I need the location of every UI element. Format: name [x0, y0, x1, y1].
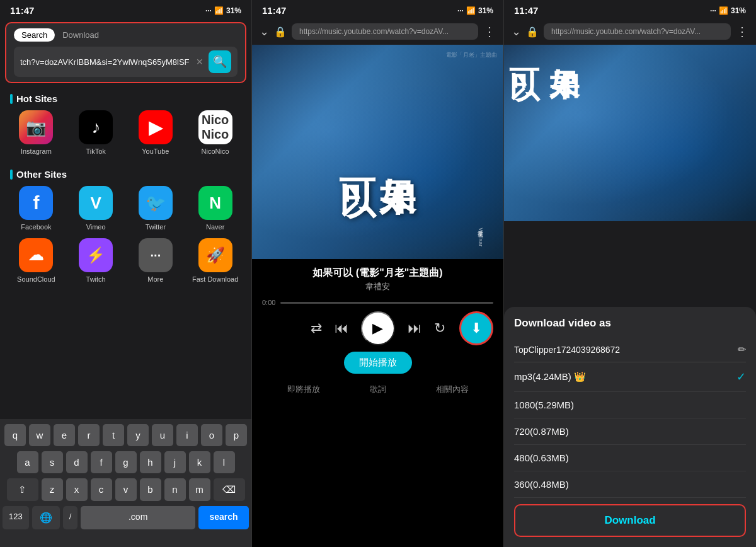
wifi-3-icon: 📶: [719, 6, 728, 15]
nav-down-3-icon[interactable]: ⌄: [512, 25, 521, 38]
format-1080[interactable]: 1080(5.29MB): [514, 392, 746, 418]
tab-related[interactable]: 相關內容: [436, 384, 469, 395]
kb-row-2: a s d f g h j k l: [3, 451, 249, 473]
kb-x[interactable]: x: [66, 478, 88, 501]
app-instagram[interactable]: 📷 Instagram: [10, 110, 62, 155]
shuffle-icon[interactable]: ⇄: [311, 320, 322, 337]
format-720[interactable]: 720(0.87MB): [514, 418, 746, 445]
tab-upcoming[interactable]: 即將播放: [287, 384, 320, 395]
kb-v[interactable]: v: [115, 478, 137, 501]
vimeo-icon: V: [79, 186, 113, 220]
app-facebook[interactable]: f Facebook: [10, 186, 62, 231]
kb-s[interactable]: s: [42, 451, 63, 473]
tab-search[interactable]: Search: [14, 28, 55, 42]
app-youtube[interactable]: ▶ YouTube: [130, 110, 182, 155]
url-bar-3[interactable]: https://music.youtube.com/watch?v=dozAV.…: [544, 23, 731, 40]
repeat-icon[interactable]: ↻: [434, 320, 445, 337]
kb-m[interactable]: m: [189, 478, 210, 501]
soundcloud-icon: ☁: [19, 238, 53, 272]
download-floating-button[interactable]: ⬇: [459, 311, 493, 345]
format-mp3-check: ✓: [736, 370, 746, 384]
app-fast-download[interactable]: 🚀 Fast Download: [189, 238, 241, 283]
niconico-label: NicoNico: [202, 147, 229, 155]
nav-down-icon[interactable]: ⌄: [260, 25, 269, 38]
panel-download: 11:47 ··· 📶 31% ⌄ 🔒 https://music.youtub…: [504, 0, 756, 547]
tab-download[interactable]: Download: [55, 28, 106, 42]
kb-q[interactable]: q: [4, 424, 26, 446]
next-icon[interactable]: ⏭: [408, 320, 421, 337]
panel3-album-art: 如果可以: [504, 45, 756, 221]
play-button[interactable]: ▶: [361, 311, 395, 345]
app-soundcloud[interactable]: ☁ SoundCloud: [10, 238, 62, 283]
instagram-icon: 📷: [19, 110, 53, 144]
kb-c[interactable]: c: [91, 478, 112, 501]
kb-i[interactable]: i: [176, 424, 198, 446]
tiktok-label: TikTok: [86, 147, 105, 155]
kb-o[interactable]: o: [201, 424, 222, 446]
kb-w[interactable]: w: [29, 424, 50, 446]
header-bar: [10, 94, 13, 104]
format-480[interactable]: 480(0.63MB): [514, 445, 746, 471]
kb-y[interactable]: y: [127, 424, 149, 446]
facebook-icon: f: [19, 186, 53, 220]
status-bar-2: 11:47 ··· 📶 31%: [252, 0, 503, 18]
download-action-button[interactable]: Download: [514, 504, 746, 537]
format-360[interactable]: 360(0.48MB): [514, 471, 746, 498]
clear-icon[interactable]: ✕: [196, 57, 203, 67]
kb-p[interactable]: p: [226, 424, 247, 446]
kb-123[interactable]: 123: [3, 506, 29, 529]
search-button[interactable]: 🔍: [209, 50, 231, 73]
kb-u[interactable]: u: [152, 424, 173, 446]
url-text-3: https://music.youtube.com/watch?v=dozAV.…: [551, 27, 701, 36]
app-twitch[interactable]: ⚡ Twitch: [70, 238, 122, 283]
download-icon: ⬇: [471, 320, 482, 337]
kb-globe-icon[interactable]: 🌐: [32, 506, 60, 529]
kb-f[interactable]: f: [91, 451, 112, 473]
format-720-label: 720(0.87MB): [514, 426, 569, 437]
app-niconico[interactable]: NicoNico NicoNico: [189, 110, 241, 155]
naver-label: Naver: [206, 223, 224, 231]
kb-slash[interactable]: /: [63, 506, 78, 529]
kb-row-3: ⇧ z x c v b n m ⌫: [3, 478, 249, 501]
more-icon: ···: [139, 238, 173, 272]
kb-j[interactable]: j: [164, 451, 186, 473]
format-480-label: 480(0.63MB): [514, 452, 569, 463]
hot-sites-grid: 📷 Instagram ♪ TikTok ▶ YouTube NicoNico …: [0, 108, 251, 163]
kb-shift[interactable]: ⇧: [7, 478, 38, 501]
kb-a[interactable]: a: [17, 451, 38, 473]
app-tiktok[interactable]: ♪ TikTok: [70, 110, 122, 155]
kb-h[interactable]: h: [140, 451, 161, 473]
kb-dot-com[interactable]: .com: [81, 506, 195, 529]
kb-g[interactable]: g: [115, 451, 137, 473]
edit-filename-icon[interactable]: ✏: [738, 343, 746, 355]
app-more[interactable]: ··· More: [130, 238, 182, 283]
kb-row-1: q w e r t y u i o p: [3, 424, 249, 446]
kb-e[interactable]: e: [54, 424, 75, 446]
start-play-button[interactable]: 開始播放: [344, 352, 412, 374]
kb-t[interactable]: t: [103, 424, 124, 446]
kb-b[interactable]: b: [140, 478, 161, 501]
kb-delete[interactable]: ⌫: [214, 478, 245, 501]
prev-icon[interactable]: ⏮: [335, 320, 348, 337]
search-input[interactable]: tch?v=dozAVKrIBBM&si=2YwlWnqS65yM8lSF: [20, 57, 191, 67]
url-bar-2[interactable]: https://music.youtube.com/watch?v=dozAV.…: [292, 23, 478, 40]
app-naver[interactable]: N Naver: [189, 186, 241, 231]
kb-r[interactable]: r: [78, 424, 100, 446]
tab-lyrics[interactable]: 歌詞: [370, 384, 386, 395]
app-twitter[interactable]: 🐦 Twitter: [130, 186, 182, 231]
time-1: 11:47: [10, 5, 34, 16]
kb-d[interactable]: d: [66, 451, 88, 473]
more-dots-3-icon[interactable]: ⋮: [736, 24, 748, 39]
search-area: Search Download tch?v=dozAVKrIBBM&si=2Yw…: [5, 22, 246, 83]
kb-k[interactable]: k: [189, 451, 210, 473]
kb-n[interactable]: n: [164, 478, 186, 501]
status-bar-3: 11:47 ··· 📶 31%: [504, 0, 756, 18]
more-dots-icon[interactable]: ⋮: [483, 24, 496, 39]
format-360-label: 360(0.48MB): [514, 479, 569, 490]
progress-bar[interactable]: [280, 302, 493, 304]
kb-l[interactable]: l: [214, 451, 235, 473]
format-mp3[interactable]: mp3(4.24MB) 👑 ✓: [514, 362, 746, 392]
app-vimeo[interactable]: V Vimeo: [70, 186, 122, 231]
kb-search[interactable]: search: [198, 506, 249, 529]
kb-z[interactable]: z: [42, 478, 63, 501]
